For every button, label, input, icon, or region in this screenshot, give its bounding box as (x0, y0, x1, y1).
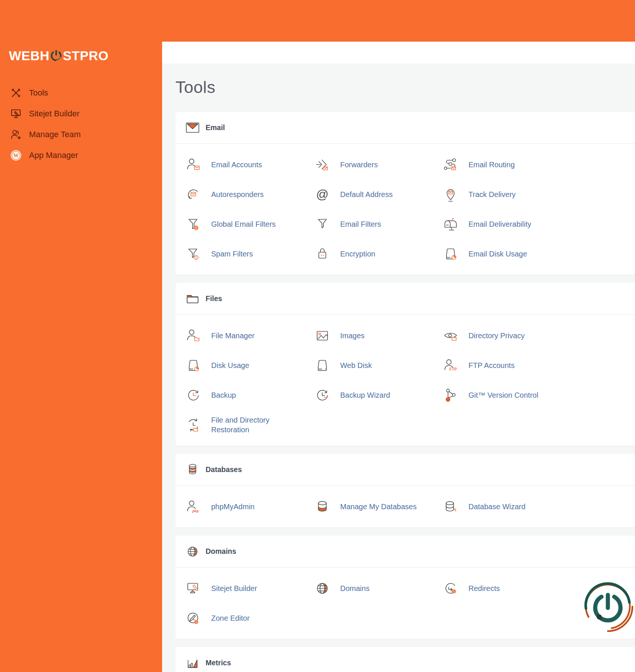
tool-item[interactable]: File and Directory Restoration (185, 410, 314, 440)
globe-icon (314, 580, 331, 597)
tool-item[interactable]: Domains (314, 574, 442, 603)
section-title: Databases (206, 465, 242, 474)
wordpress-icon (10, 150, 22, 161)
envelope-icon (185, 120, 200, 135)
sidebar-item-app-manager[interactable]: App Manager (0, 145, 162, 166)
redirect-arrow-globe-icon (442, 580, 459, 597)
mailbox-icon (442, 216, 459, 232)
tool-item[interactable]: Database Wizard (442, 492, 635, 521)
tool-item-label: Email Disk Usage (468, 249, 527, 259)
tool-item[interactable]: Email Deliverability (442, 209, 635, 239)
tool-item[interactable]: Disk Usage (185, 350, 314, 380)
tool-item[interactable]: phpMyAdmin (185, 492, 314, 521)
tool-item[interactable]: Web Disk (314, 350, 442, 380)
brand-logo-text-suffix: STPRO (63, 48, 109, 63)
funnel-icon (314, 216, 331, 232)
tool-item[interactable]: Forwarders (314, 150, 442, 180)
power-button-watermark (580, 578, 635, 635)
tool-item[interactable]: Email Routing (442, 150, 635, 180)
section-card-email: Email Email AccountsForwardersEmail Rout… (175, 112, 635, 275)
section-header: Databases (175, 454, 635, 485)
tool-item[interactable]: Spam Filters (185, 239, 314, 269)
sidebar-item-label: App Manager (29, 151, 78, 160)
image-icon (314, 327, 331, 344)
tool-item[interactable]: Directory Privacy (442, 321, 635, 350)
section-header: Domains (175, 536, 635, 567)
monitor-pencil-icon (10, 108, 22, 119)
tool-item[interactable]: Autoresponders (185, 180, 314, 209)
tool-item[interactable]: FTP Accounts (442, 350, 635, 380)
tool-item-label: File and Directory Restoration (211, 415, 291, 434)
section-title: Domains (206, 547, 236, 556)
tool-item[interactable]: Global Email Filters (185, 209, 314, 239)
sidebar-item-manage-team[interactable]: Manage Team (0, 124, 162, 145)
database-wand-icon (442, 498, 459, 515)
tool-item-label: Redirects (468, 584, 500, 593)
tool-item[interactable]: Email Filters (314, 209, 442, 239)
tool-item-label: Autoresponders (211, 190, 264, 199)
section-header: Files (175, 283, 635, 314)
page-title: Tools (175, 78, 635, 97)
tool-item[interactable]: Track Delivery (442, 180, 635, 209)
tool-item-label: Manage My Databases (340, 502, 417, 511)
restore-clock-wand-icon (314, 387, 331, 403)
section-items: phpMyAdminManage My DatabasesDatabase Wi… (175, 486, 635, 527)
tool-item[interactable]: Email Disk Usage (442, 239, 635, 269)
funnel-globe-icon (185, 216, 202, 232)
padlock-icon (314, 246, 331, 262)
section-items: Email AccountsForwardersEmail RoutingAut… (175, 144, 635, 275)
sidebar-item-sitejet-builder[interactable]: Sitejet Builder (0, 103, 162, 124)
section-header: Metrics (175, 647, 635, 672)
sidebar: WEBHSTPRO Tools Sitejet Builder Manage T… (0, 0, 162, 672)
database-stack-icon (185, 462, 200, 477)
globe-icon (185, 544, 200, 559)
tool-item[interactable]: Sitejet Builder (185, 574, 314, 603)
loop-arrow-envelope-icon (185, 186, 202, 203)
tool-item[interactable]: Zone Editor (185, 603, 314, 633)
tool-item[interactable]: Backup (185, 380, 314, 410)
sidebar-item-tools[interactable]: Tools (0, 83, 162, 103)
person-ftp-icon (442, 357, 459, 374)
bar-chart-icon (185, 656, 200, 671)
tool-item[interactable]: Email Accounts (185, 150, 314, 180)
tool-item[interactable]: Git™ Version Control (442, 380, 635, 410)
drive-pie-icon (185, 357, 202, 374)
tool-item-label: FTP Accounts (468, 361, 515, 370)
tool-item-label: Backup Wizard (340, 390, 390, 400)
tool-item[interactable]: Images (314, 321, 442, 350)
tool-item[interactable]: Encryption (314, 239, 442, 269)
tool-item-label: Default Address (340, 190, 393, 199)
forward-arrow-envelope-icon (314, 156, 331, 173)
tool-item-label: File Manager (211, 331, 255, 340)
tool-item[interactable]: Default Address (314, 180, 442, 209)
tool-item-label: Images (340, 331, 365, 340)
tool-item-label: Web Disk (340, 361, 372, 370)
tool-item-label: Email Accounts (211, 160, 262, 169)
pencil-globe-icon (185, 610, 202, 626)
tool-item-label: Backup (211, 390, 236, 400)
sidebar-item-label: Tools (29, 88, 48, 98)
person-php-icon (185, 498, 202, 515)
tool-item-label: Email Filters (340, 219, 381, 229)
tool-item-label: Directory Privacy (468, 331, 525, 340)
tool-item[interactable]: File Manager (185, 321, 314, 350)
at-sign-icon (314, 186, 331, 203)
eye-folder-icon (442, 327, 459, 344)
tool-item-label: Encryption (340, 249, 375, 259)
git-branch-icon (442, 387, 459, 403)
tool-item-label: Email Routing (468, 160, 515, 169)
sidebar-item-label: Sitejet Builder (29, 109, 80, 119)
funnel-alert-icon (185, 246, 202, 262)
monitor-pencil-icon (185, 580, 202, 597)
tool-item[interactable]: Backup Wizard (314, 380, 442, 410)
routing-nodes-envelope-icon (442, 156, 459, 173)
person-folder-icon (185, 327, 202, 344)
section-header: Email (175, 112, 635, 143)
brand-logo[interactable]: WEBHSTPRO (9, 48, 109, 63)
tool-item[interactable]: Manage My Databases (314, 492, 442, 521)
tool-item-label: Global Email Filters (211, 219, 275, 229)
person-envelope-icon (185, 156, 202, 173)
tool-item-label: Git™ Version Control (468, 390, 538, 400)
top-white-bar (162, 42, 635, 64)
main-area: Tools Email Email AccountsForwardersEmai… (162, 0, 635, 672)
